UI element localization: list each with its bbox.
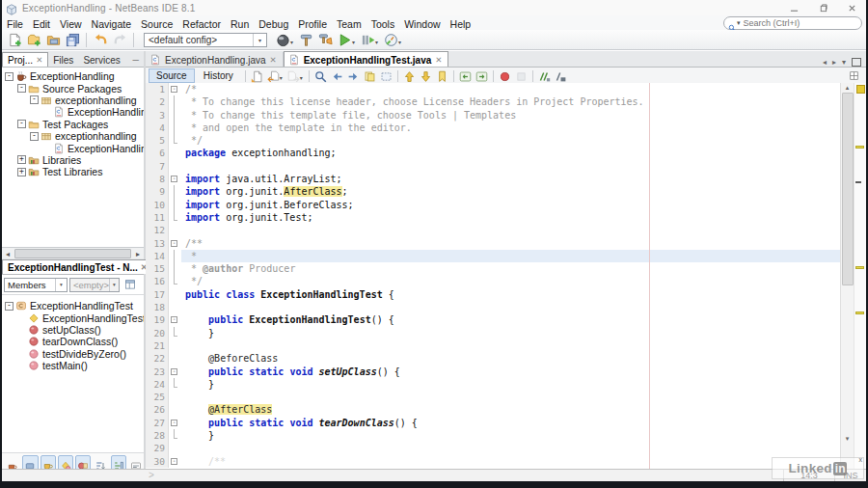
code-line[interactable]: 6package exceptionhandling; — [146, 147, 840, 159]
scrollbar-thumb[interactable] — [14, 249, 131, 258]
deploy-button[interactable] — [273, 31, 292, 48]
code-line[interactable]: 27- public static void tearDownClass() { — [146, 417, 840, 429]
open-project-button[interactable] — [43, 31, 63, 48]
expand-icon[interactable]: + — [17, 155, 26, 164]
code-line[interactable]: 4 * and open the template in the editor. — [146, 122, 840, 134]
fold-collapse-icon[interactable]: - — [171, 176, 177, 182]
debug-project-button[interactable] — [358, 31, 377, 48]
scroll-left-icon[interactable]: ◂ — [2, 250, 14, 258]
tree-item[interactable]: -exceptionhandling — [2, 95, 144, 106]
tree-item[interactable]: -ExceptionHandling — [2, 70, 144, 82]
code-line[interactable]: 22 @BeforeClass — [146, 352, 840, 365]
code-line[interactable]: 14 * — [146, 250, 840, 262]
code-line[interactable]: 2 * To change this license header, choos… — [146, 95, 840, 108]
code-line[interactable]: 19- public ExceptionHandlingTest() { — [146, 313, 840, 326]
menu-team[interactable]: Team — [332, 18, 366, 30]
previous-bookmark-button[interactable] — [401, 68, 418, 83]
collapse-icon[interactable]: - — [5, 302, 14, 311]
expand-icon[interactable]: + — [17, 168, 26, 176]
search-dropdown-icon[interactable]: ▾ — [737, 19, 741, 27]
menu-view[interactable]: View — [55, 18, 87, 30]
start-macro-button[interactable] — [497, 68, 513, 83]
tree-item[interactable]: ExceptionHandling.java — [2, 106, 144, 118]
close-icon[interactable]: ✕ — [36, 56, 42, 65]
menu-run[interactable]: Run — [226, 18, 254, 30]
warning-status-icon[interactable] — [856, 85, 865, 94]
code-line[interactable]: 15 * @author Producer — [146, 262, 840, 275]
error-stripe[interactable] — [854, 83, 866, 469]
chevron-down-icon[interactable]: ▾ — [280, 74, 283, 81]
code-line[interactable]: 24 } — [146, 378, 840, 391]
next-occurrence-button[interactable] — [345, 68, 362, 83]
code-line[interactable]: 13-/** — [146, 237, 840, 250]
menu-edit[interactable]: Edit — [28, 18, 55, 30]
code-line[interactable]: 18 — [146, 301, 840, 313]
members-view-select[interactable]: Members ▾ — [4, 278, 68, 292]
tree-item[interactable]: -Source Packages — [2, 82, 144, 94]
fold-collapse-icon[interactable]: - — [171, 240, 177, 247]
view-history-button[interactable]: History — [196, 68, 241, 83]
tree-item[interactable]: ExceptionHandlingTest.j — [2, 142, 144, 153]
members-view-button[interactable] — [122, 276, 139, 293]
tree-item[interactable]: -ExceptionHandlingTest — [2, 300, 144, 312]
code-line[interactable]: 12 — [146, 224, 840, 236]
collapse-icon[interactable]: - — [5, 72, 14, 81]
code-line[interactable]: 28 } — [146, 429, 840, 442]
warning-mark[interactable] — [855, 146, 864, 149]
tree-item[interactable]: -exceptionhandling — [2, 130, 144, 142]
menu-debug[interactable]: Debug — [254, 18, 293, 30]
projects-horizontal-scrollbar[interactable]: ◂ ▸ — [2, 247, 144, 258]
maximize-button[interactable] — [808, 0, 837, 15]
menu-tools[interactable]: Tools — [366, 18, 400, 30]
save-all-button[interactable] — [63, 31, 82, 48]
last-edit-button[interactable] — [249, 68, 265, 83]
tree-item[interactable]: -Test Packages — [2, 119, 144, 130]
scroll-tabs-right-icon[interactable]: ▸ — [832, 58, 836, 67]
comment-button[interactable] — [536, 68, 553, 83]
toggle-highlight-button[interactable] — [362, 68, 378, 83]
fold-toggle-icon[interactable]: - — [169, 83, 181, 95]
warning-mark[interactable] — [855, 266, 864, 269]
next-bookmark-button[interactable] — [418, 68, 434, 83]
chevron-down-icon[interactable]: ▾ — [352, 39, 355, 45]
new-project-button[interactable] — [24, 31, 43, 48]
editor-tab-1[interactable]: ExceptionHandling.java✕ — [146, 52, 284, 67]
code-view[interactable]: 1-/*2 * To change this license header, c… — [146, 83, 840, 469]
close-icon[interactable]: ✕ — [435, 55, 442, 65]
minimize-button[interactable] — [779, 0, 808, 15]
tree-item[interactable]: setUpClass() — [2, 324, 144, 336]
scroll-right-icon[interactable]: ▸ — [132, 250, 144, 258]
code-line[interactable]: 20 } — [146, 327, 840, 339]
watermark-close-icon[interactable]: x — [859, 456, 863, 463]
maximize-editor-icon[interactable] — [852, 58, 861, 67]
tab-proj[interactable]: Proj...✕ — [2, 52, 48, 67]
menu-source[interactable]: Source — [136, 18, 177, 30]
inherited-filter-select[interactable]: <empty> ▾ — [69, 278, 120, 292]
editor-tab-2[interactable]: ExceptionHandlingTest.java✕ — [284, 51, 449, 67]
scroll-tabs-left-icon[interactable]: ◂ — [823, 58, 827, 67]
tab-list-icon[interactable]: ▾ — [842, 58, 846, 67]
fold-toggle-icon[interactable]: - — [169, 173, 181, 185]
toggle-bookmark-button[interactable] — [434, 68, 450, 83]
split-editor-button[interactable] — [846, 68, 862, 83]
code-line[interactable]: 17public class ExceptionHandlingTest { — [146, 288, 840, 301]
fold-toggle-icon[interactable]: - — [169, 417, 181, 429]
fold-toggle-icon[interactable]: - — [169, 455, 181, 468]
code-line[interactable]: 23- public static void setUpClass() { — [146, 366, 840, 378]
fold-toggle-icon[interactable]: - — [169, 366, 181, 378]
collapse-icon[interactable]: - — [17, 84, 26, 93]
code-line[interactable]: 26 @AfterClass — [146, 403, 840, 416]
menu-file[interactable]: File — [2, 18, 28, 30]
build-project-button[interactable] — [296, 31, 315, 48]
shift-line-left-button[interactable] — [457, 68, 474, 83]
code-line[interactable]: 21 — [146, 339, 840, 352]
menu-help[interactable]: Help — [446, 18, 476, 30]
rectangular-selection-button[interactable] — [378, 68, 394, 83]
menu-navigate[interactable]: Navigate — [87, 18, 136, 30]
tree-item[interactable]: +Libraries — [2, 154, 144, 166]
collapse-icon[interactable]: - — [30, 132, 39, 141]
code-line[interactable]: 1-/* — [146, 83, 840, 95]
view-source-button[interactable]: Source — [149, 68, 195, 83]
fold-collapse-icon[interactable]: - — [171, 316, 177, 323]
new-file-button[interactable] — [5, 31, 24, 48]
